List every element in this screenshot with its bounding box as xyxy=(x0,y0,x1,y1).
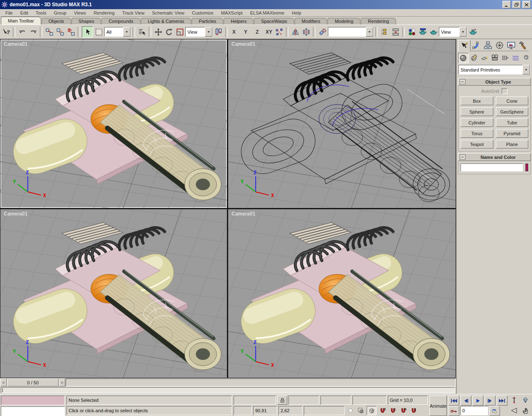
menu-schematic-view[interactable]: Schematic View xyxy=(148,10,188,16)
cameras-category-button[interactable] xyxy=(490,53,500,62)
align-button[interactable] xyxy=(317,27,328,37)
key-mode-toggle[interactable] xyxy=(448,406,459,416)
viewport-top-right[interactable]: ZYX Camera01 xyxy=(228,40,456,208)
tab-helpers[interactable]: Helpers xyxy=(224,18,254,25)
viewport-label[interactable]: Camera01 xyxy=(232,211,255,217)
select-and-move-button[interactable] xyxy=(153,27,163,37)
angle-snap-button[interactable] xyxy=(388,406,397,415)
pan-button[interactable] xyxy=(520,406,530,415)
viewport-top-left[interactable]: ZYX Camera01 xyxy=(0,40,227,208)
render-type-dropdown[interactable]: View ▼ xyxy=(439,27,467,37)
tab-modifiers[interactable]: Modifiers xyxy=(295,18,328,25)
autogrid-checkbox[interactable] xyxy=(502,88,507,94)
collapse-icon[interactable]: − xyxy=(460,154,466,160)
utilities-tab[interactable] xyxy=(517,40,529,51)
tube-button[interactable]: Tube xyxy=(496,118,529,127)
dolly-camera-button[interactable] xyxy=(509,396,519,405)
animate-button[interactable]: Animate xyxy=(429,396,447,416)
render-scene-button[interactable] xyxy=(417,27,428,37)
rectangular-selection-region-button[interactable] xyxy=(94,27,104,37)
select-and-manipulate-button[interactable] xyxy=(274,27,284,37)
time-slider-next-button[interactable]: > xyxy=(59,379,65,386)
chevron-down-icon[interactable]: ▼ xyxy=(366,27,373,37)
time-slider-handle[interactable]: 0 / 50 xyxy=(7,379,59,386)
motion-tab[interactable] xyxy=(494,40,505,51)
select-and-rotate-button[interactable] xyxy=(164,27,174,37)
current-frame-field[interactable] xyxy=(461,406,488,415)
systems-category-button[interactable] xyxy=(521,53,531,62)
primitive-category-dropdown[interactable]: Standard Primitives ▼ xyxy=(458,65,530,74)
menu-views[interactable]: Views xyxy=(70,10,90,16)
use-pivot-point-center-button[interactable] xyxy=(213,27,224,37)
mirror-button[interactable] xyxy=(290,27,300,37)
select-and-scale-button[interactable] xyxy=(175,27,185,37)
tab-objects[interactable]: Objects xyxy=(42,18,71,25)
help-mode-button[interactable]: ? xyxy=(1,27,11,37)
menu-file[interactable]: File xyxy=(2,10,17,16)
named-selection-sets-dropdown[interactable]: ▼ xyxy=(328,27,374,37)
play-button[interactable] xyxy=(473,396,483,406)
menu-group[interactable]: Group xyxy=(50,10,70,16)
cylinder-button[interactable]: Cylinder xyxy=(461,118,493,127)
viewport-label[interactable]: Camera01 xyxy=(232,41,255,47)
select-by-name-button[interactable] xyxy=(137,27,147,37)
viewport-bottom-right[interactable]: ZYX Camera01 xyxy=(228,209,456,378)
lights-category-button[interactable] xyxy=(480,53,490,62)
next-frame-button[interactable] xyxy=(485,396,495,406)
restrict-y-button[interactable]: Y xyxy=(241,27,250,37)
unlink-selection-button[interactable] xyxy=(55,27,65,37)
tab-main-toolbar[interactable]: Main Toolbar xyxy=(1,17,41,25)
array-button[interactable] xyxy=(301,27,311,37)
viewport-label[interactable]: Camera01 xyxy=(4,211,27,217)
modify-tab[interactable] xyxy=(470,40,482,51)
maxscript-mini-listener-macro[interactable] xyxy=(1,396,65,405)
chevron-down-icon[interactable]: ▼ xyxy=(522,65,530,74)
menu-maxscript[interactable]: MAXScript xyxy=(217,10,246,16)
menu-customize[interactable]: Customize xyxy=(188,10,217,16)
name-color-rollout-header[interactable]: − Name and Color xyxy=(458,153,531,161)
restrict-xy-button[interactable]: XY xyxy=(264,27,273,37)
box-button[interactable]: Box xyxy=(461,97,493,105)
object-type-rollout-header[interactable]: − Object Type xyxy=(458,78,531,86)
bind-to-space-warp-button[interactable] xyxy=(66,27,76,37)
snap-toggle-button[interactable] xyxy=(367,406,377,415)
close-button[interactable] xyxy=(522,1,531,8)
teapot-button[interactable]: Teapot xyxy=(461,140,493,149)
selection-filter-dropdown[interactable]: All ▼ xyxy=(104,27,131,37)
go-to-start-button[interactable] xyxy=(448,396,459,406)
time-slider-groove[interactable] xyxy=(66,379,456,386)
restore-button[interactable] xyxy=(512,1,521,8)
restrict-z-button[interactable]: Z xyxy=(253,27,262,37)
collapse-icon[interactable]: − xyxy=(460,79,466,84)
maxscript-mini-listener[interactable] xyxy=(1,406,65,416)
plane-button[interactable]: Plane xyxy=(496,140,529,149)
torus-button[interactable]: Torus xyxy=(461,129,493,138)
menu-rendering[interactable]: Rendering xyxy=(90,10,118,16)
object-name-input[interactable] xyxy=(461,163,523,171)
tab-modeling[interactable]: Modeling xyxy=(328,18,360,25)
geometry-category-button[interactable] xyxy=(458,53,469,63)
track-bar-strip[interactable] xyxy=(1,387,455,393)
shapes-category-button[interactable] xyxy=(469,53,479,62)
3d-snap-button[interactable]: 3 xyxy=(378,406,387,415)
menu-edit[interactable]: Edit xyxy=(17,10,32,16)
percent-snap-button[interactable]: % xyxy=(399,406,408,415)
viewport-bottom-left[interactable]: ZYX Camera01 xyxy=(0,209,227,378)
select-and-link-button[interactable] xyxy=(44,27,54,37)
tab-particles[interactable]: Particles xyxy=(192,18,223,25)
undo-button[interactable] xyxy=(17,27,27,37)
create-tab[interactable] xyxy=(458,40,470,52)
pyramid-button[interactable]: Pyramid xyxy=(496,129,529,138)
chevron-down-icon[interactable]: ▼ xyxy=(123,27,131,37)
time-slider-prev-button[interactable]: < xyxy=(0,379,7,386)
viewport-label[interactable]: Camera01 xyxy=(4,41,27,47)
crossing-selection-toggle[interactable] xyxy=(356,406,365,415)
menu-help[interactable]: Help xyxy=(288,10,305,16)
open-track-view-button[interactable] xyxy=(379,27,390,37)
previous-frame-button[interactable] xyxy=(461,396,471,406)
field-of-view-button[interactable] xyxy=(509,406,519,415)
hierarchy-tab[interactable] xyxy=(482,40,494,51)
menu-elsa-maxtreme[interactable]: ELSA MAXtreme xyxy=(246,10,288,16)
minimize-button[interactable] xyxy=(502,1,511,8)
degradation-override-button[interactable] xyxy=(346,406,355,415)
